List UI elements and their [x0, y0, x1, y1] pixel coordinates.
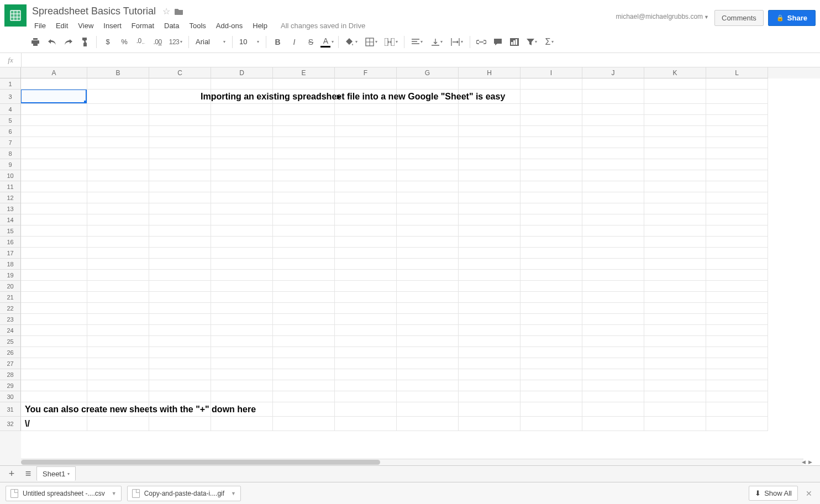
- cell[interactable]: [459, 237, 521, 248]
- cell[interactable]: [273, 369, 335, 380]
- cell[interactable]: [521, 402, 582, 417]
- cell[interactable]: [397, 358, 459, 369]
- bold-button[interactable]: B: [270, 35, 285, 49]
- cell[interactable]: [582, 402, 644, 417]
- cell[interactable]: [87, 237, 149, 248]
- column-header[interactable]: B: [87, 67, 149, 78]
- cell[interactable]: [87, 358, 149, 369]
- cell[interactable]: [459, 417, 521, 431]
- cell[interactable]: [644, 391, 706, 402]
- cell[interactable]: [582, 137, 644, 148]
- cell[interactable]: [149, 347, 211, 358]
- cell[interactable]: [335, 303, 397, 314]
- cell[interactable]: [211, 417, 273, 431]
- cell[interactable]: [273, 104, 335, 115]
- cell[interactable]: [706, 115, 768, 126]
- cell[interactable]: [211, 380, 273, 391]
- cell[interactable]: [459, 303, 521, 314]
- cell[interactable]: [706, 292, 768, 303]
- cell[interactable]: [397, 78, 459, 90]
- cell[interactable]: [706, 270, 768, 281]
- cell[interactable]: [211, 336, 273, 347]
- cell[interactable]: [582, 181, 644, 192]
- cell[interactable]: [335, 391, 397, 402]
- cell[interactable]: [21, 380, 87, 391]
- cell[interactable]: [459, 115, 521, 126]
- cell[interactable]: [521, 78, 582, 90]
- cell[interactable]: [273, 336, 335, 347]
- cell[interactable]: [459, 126, 521, 137]
- cell[interactable]: [211, 248, 273, 259]
- font-family-select[interactable]: Arial▾: [192, 35, 229, 49]
- menu-data[interactable]: Data: [160, 19, 183, 32]
- cell[interactable]: [644, 192, 706, 203]
- cell[interactable]: [706, 303, 768, 314]
- cell[interactable]: [582, 259, 644, 270]
- cell[interactable]: [644, 281, 706, 292]
- cell[interactable]: [582, 237, 644, 248]
- cell[interactable]: [87, 402, 149, 417]
- cell[interactable]: [21, 248, 87, 259]
- cell[interactable]: [87, 303, 149, 314]
- cell[interactable]: [273, 402, 335, 417]
- cell[interactable]: [706, 104, 768, 115]
- cell[interactable]: [211, 237, 273, 248]
- row-header[interactable]: 28: [0, 369, 21, 380]
- cell[interactable]: [521, 115, 582, 126]
- cell[interactable]: [706, 126, 768, 137]
- cell[interactable]: [706, 137, 768, 148]
- cell[interactable]: [149, 192, 211, 203]
- cell[interactable]: [273, 248, 335, 259]
- cell[interactable]: [273, 78, 335, 90]
- cell[interactable]: [459, 104, 521, 115]
- row-header[interactable]: 18: [0, 259, 21, 270]
- cell[interactable]: [87, 281, 149, 292]
- cell[interactable]: [582, 214, 644, 225]
- formula-input[interactable]: [21, 53, 820, 67]
- cell[interactable]: [644, 380, 706, 391]
- cell[interactable]: [582, 325, 644, 336]
- cell[interactable]: [87, 391, 149, 402]
- cell[interactable]: [706, 325, 768, 336]
- cell[interactable]: [706, 347, 768, 358]
- functions-button[interactable]: Σ▾: [541, 35, 558, 49]
- cell[interactable]: [521, 225, 582, 237]
- cell[interactable]: [397, 126, 459, 137]
- cell[interactable]: [459, 225, 521, 237]
- row-header[interactable]: 20: [0, 281, 21, 292]
- comments-button[interactable]: Comments: [714, 10, 764, 26]
- cell[interactable]: [521, 90, 582, 104]
- cell[interactable]: [706, 170, 768, 181]
- cell[interactable]: [582, 281, 644, 292]
- cell[interactable]: [273, 237, 335, 248]
- cell[interactable]: [644, 237, 706, 248]
- cell[interactable]: [21, 170, 87, 181]
- cell[interactable]: [211, 270, 273, 281]
- download-item[interactable]: Copy-and-paste-data-i....gif▼: [127, 486, 241, 501]
- cell[interactable]: [582, 225, 644, 237]
- column-header[interactable]: H: [459, 67, 521, 78]
- cell[interactable]: [21, 391, 87, 402]
- cell[interactable]: [397, 137, 459, 148]
- cell[interactable]: [397, 170, 459, 181]
- cell[interactable]: [582, 369, 644, 380]
- cell[interactable]: [149, 336, 211, 347]
- cell[interactable]: [582, 314, 644, 325]
- row-header[interactable]: 13: [0, 203, 21, 214]
- cell[interactable]: [397, 159, 459, 170]
- decrease-decimal-button[interactable]: .0←: [133, 35, 149, 49]
- cell[interactable]: [335, 203, 397, 214]
- borders-button[interactable]: ▾: [362, 35, 381, 49]
- cell[interactable]: [149, 137, 211, 148]
- cell[interactable]: [335, 181, 397, 192]
- row-header[interactable]: 12: [0, 192, 21, 203]
- cell[interactable]: [335, 347, 397, 358]
- row-header[interactable]: 16: [0, 237, 21, 248]
- cell[interactable]: [397, 402, 459, 417]
- row-header[interactable]: 27: [0, 358, 21, 369]
- cell[interactable]: [644, 314, 706, 325]
- cell[interactable]: [273, 225, 335, 237]
- cell[interactable]: [335, 237, 397, 248]
- cell[interactable]: [644, 303, 706, 314]
- cell[interactable]: [87, 137, 149, 148]
